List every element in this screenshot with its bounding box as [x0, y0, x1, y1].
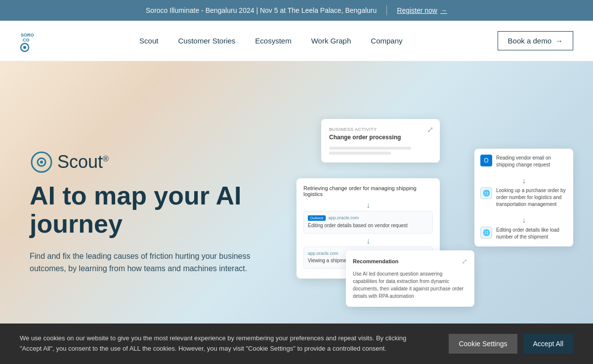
scout-brand-text: Scout® [57, 152, 109, 172]
scout-brand: Scout® [30, 150, 306, 174]
hero-content: Scout® AI to map your AI journey Find an… [30, 150, 306, 276]
card-sub-1: Outlook app.oracle.com Editing order det… [303, 211, 433, 234]
card-sub-1-label: Outlook app.oracle.com [308, 215, 428, 221]
globe-icon-1: 🌐 [480, 187, 492, 199]
navbar: SORO CO Scout Customer Stories Ecosystem… [0, 21, 593, 61]
hero-section: Scout® AI to map your AI journey Find an… [0, 61, 593, 364]
svg-text:CO: CO [23, 38, 30, 42]
nav-item-company[interactable]: Company [371, 37, 402, 45]
register-link[interactable]: Register now → [397, 6, 447, 14]
logo[interactable]: SORO CO [20, 29, 44, 53]
book-demo-button[interactable]: Book a demo → [498, 31, 573, 50]
nav-item-customer-stories[interactable]: Customer Stories [178, 37, 235, 45]
announcement-divider [386, 5, 387, 15]
card-right-text-2: Looking up a purchase order by order num… [496, 187, 567, 208]
card-line-1 [329, 147, 411, 150]
card-middle-title: Retrieving change order for managing shi… [303, 185, 433, 197]
arrow-down-1: ↓ [303, 201, 433, 210]
arrow-down-2: ↓ [303, 237, 433, 245]
scout-name: Scout [57, 152, 103, 172]
card-right-item-3: 🌐 Editing order details like load number… [480, 227, 567, 241]
expand-icon: ⤢ [427, 125, 434, 132]
cookie-settings-button[interactable]: Cookie Settings [449, 334, 517, 354]
scout-registered: ® [103, 155, 109, 163]
book-demo-label: Book a demo [508, 37, 551, 45]
book-demo-arrow-icon: → [555, 37, 563, 45]
announcement-text: Soroco Illuminate - Bengaluru 2024 | Nov… [146, 6, 377, 14]
oracle-label-1: app.oracle.com [329, 215, 359, 221]
card-arrow-1: ↓ [480, 176, 567, 185]
register-arrow-icon: → [440, 6, 447, 14]
nav-item-ecosystem[interactable]: Ecosystem [255, 37, 291, 45]
cookie-banner: We use cookies on our website to give yo… [0, 324, 593, 364]
register-label: Register now [397, 6, 437, 14]
cookie-text: We use cookies on our website to give yo… [20, 333, 429, 354]
diagram-card-main: Business Activity Change order processin… [321, 119, 440, 162]
nav-item-work-graph[interactable]: Work Graph [311, 37, 351, 45]
nav-item-scout[interactable]: Scout [139, 37, 158, 45]
card-main-title: Change order processing [329, 134, 432, 141]
card-right-item-1: O Reading vendor email on shipping chang… [480, 155, 567, 168]
diagram-card-right: O Reading vendor email on shipping chang… [474, 149, 573, 246]
card-sub-1-text: Editing order details based on vendor re… [308, 222, 428, 229]
hero-diagram: Business Activity Change order processin… [296, 119, 573, 307]
nav-customer-stories-label: Customer Stories [178, 37, 235, 45]
rec-header: Recommendation ⤢ [353, 257, 467, 265]
oracle-label-2: app.oracle.com [308, 251, 339, 256]
card-main-lines [329, 147, 432, 155]
svg-point-6 [40, 161, 43, 163]
card-arrow-2: ↓ [480, 216, 567, 225]
nav-scout-label: Scout [139, 37, 158, 45]
hero-headline: AI to map your AI journey [30, 182, 306, 238]
cookie-accept-button[interactable]: Accept All [523, 334, 573, 354]
rec-expand-icon: ⤢ [462, 257, 467, 265]
outlook-badge: Outlook [308, 215, 326, 221]
cookie-buttons: Cookie Settings Accept All [449, 334, 573, 354]
card-main-label: Business Activity [329, 127, 432, 132]
card-right-text-3: Editing order details like load number o… [496, 227, 567, 241]
svg-text:SORO: SORO [21, 33, 34, 38]
globe-icon-2: 🌐 [480, 227, 492, 239]
card-right-item-2: 🌐 Looking up a purchase order by order n… [480, 187, 567, 208]
nav-ecosystem-label: Ecosystem [255, 37, 291, 45]
card-right-text-1: Reading vendor email on shipping change … [496, 155, 567, 168]
nav-links: Scout Customer Stories Ecosystem Work Gr… [139, 37, 402, 45]
hero-description: Find and fix the leading causes of frict… [30, 250, 277, 275]
card-line-2 [329, 152, 391, 155]
soroco-logo-icon: SORO CO [20, 29, 44, 53]
nav-company-label: Company [371, 37, 402, 45]
scout-brand-icon [30, 150, 53, 174]
svg-point-3 [23, 46, 26, 49]
rec-text: Use AI led document question answering c… [353, 270, 467, 300]
diagram-card-recommendation: Recommendation ⤢ Use AI led document que… [346, 250, 474, 307]
nav-work-graph-label: Work Graph [311, 37, 351, 45]
announcement-bar: Soroco Illuminate - Bengaluru 2024 | Nov… [0, 0, 593, 21]
rec-label: Recommendation [353, 258, 398, 264]
outlook-icon: O [480, 155, 492, 166]
